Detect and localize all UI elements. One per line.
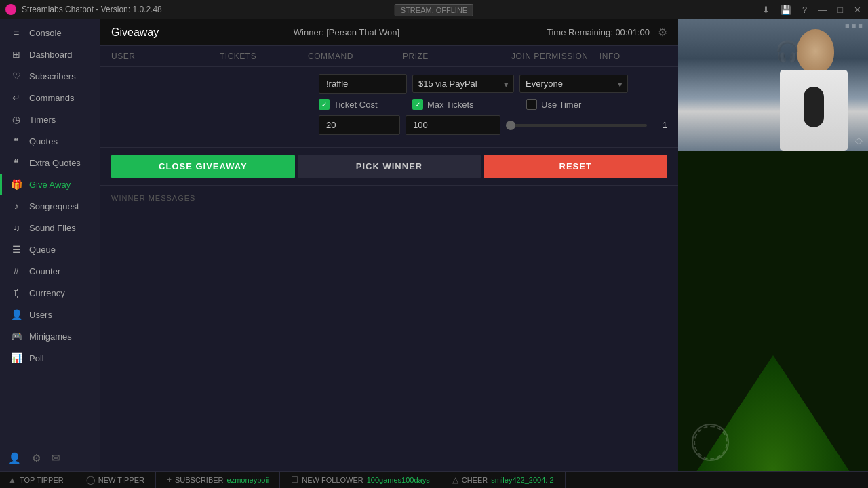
close-giveaway-button[interactable]: CLOSE GIVEAWAY bbox=[111, 155, 295, 178]
permission-select[interactable]: Everyone Subscribers Moderators Regulars bbox=[519, 75, 628, 93]
video-overlay-bottom-right: ◇ bbox=[855, 135, 863, 146]
table-header: USER TICKETS Command Prize Join Permissi… bbox=[100, 46, 678, 67]
sidebar-item-give-away[interactable]: 🎁 Give Away bbox=[0, 174, 100, 195]
cheer-label: CHEER bbox=[462, 476, 488, 484]
sidebar-item-minigames[interactable]: 🎮 Minigames bbox=[0, 325, 100, 347]
sidebar-item-console[interactable]: ≡ Console bbox=[0, 22, 100, 43]
status-new-tipper: ◯ NEW TIPPER bbox=[75, 472, 156, 488]
sidebar-label-dashboard: Dashboard bbox=[29, 49, 73, 60]
use-timer-label: Use Timer bbox=[541, 100, 581, 110]
app-name: Streamlabs Chatbot - Version: 1.0.2.48 bbox=[22, 5, 162, 14]
settings-icon[interactable]: ⚙ bbox=[32, 452, 41, 464]
slider-container: 1 bbox=[506, 120, 667, 130]
sidebar-footer: 👤 ⚙ ✉ bbox=[0, 445, 100, 471]
sidebar-item-sound-files[interactable]: ♫ Sound Files bbox=[0, 217, 100, 239]
close-btn[interactable]: ✕ bbox=[852, 5, 863, 15]
download-btn[interactable]: ⬇ bbox=[761, 5, 771, 15]
sidebar-icon-quotes: ❝ bbox=[10, 136, 22, 146]
sidebar-label-songrequest: Songrequest bbox=[29, 201, 79, 211]
sidebar-icon-minigames: 🎮 bbox=[10, 331, 22, 342]
sidebar-item-queue[interactable]: ☰ Queue bbox=[0, 239, 100, 260]
max-tickets-check[interactable]: ✓ bbox=[412, 99, 423, 110]
video-overlay-top-right: ■ ■ ■ bbox=[845, 22, 863, 30]
max-tickets-input[interactable] bbox=[406, 115, 500, 135]
sidebar-label-users: Users bbox=[29, 310, 52, 320]
subscriber-value: ezmoneyboii bbox=[227, 476, 269, 484]
use-timer-check[interactable] bbox=[526, 99, 537, 110]
titlebar-left: Streamlabs Chatbot - Version: 1.0.2.48 bbox=[5, 4, 162, 15]
max-tickets-checkbox-label[interactable]: ✓ Max Tickets bbox=[412, 99, 521, 110]
sidebar-label-extra-quotes: Extra Quotes bbox=[29, 158, 81, 168]
titlebar-controls: ⬇ 💾 ? — □ ✕ bbox=[761, 5, 863, 15]
sidebar-item-timers[interactable]: ◷ Timers bbox=[0, 108, 100, 130]
sidebar-item-commands[interactable]: ↵ Commands bbox=[0, 87, 100, 108]
sidebar-icon-extra-quotes: ❝ bbox=[10, 157, 22, 168]
form-row-checkboxes: ✓ Ticket Cost ✓ Max Tickets Use Timer bbox=[111, 99, 667, 110]
cheer-icon: △ bbox=[452, 475, 458, 485]
new-follower-value: 100games100days bbox=[367, 476, 430, 484]
sidebar-label-minigames: Minigames bbox=[29, 331, 72, 342]
sidebar-item-counter[interactable]: # Counter bbox=[0, 260, 100, 282]
sidebar-item-subscribers[interactable]: ♡ Subscribers bbox=[0, 65, 100, 87]
main-content: Giveaway Winner: [Person That Won] Time … bbox=[100, 19, 678, 471]
ticket-cost-input[interactable] bbox=[319, 115, 400, 135]
sidebar-label-queue: Queue bbox=[29, 245, 56, 255]
app-layout: ≡ Console ⊞ Dashboard ♡ Subscribers ↵ Co… bbox=[0, 19, 868, 471]
new-follower-icon: ☐ bbox=[291, 475, 298, 485]
pick-winner-button[interactable]: PICK WINNER bbox=[298, 155, 481, 178]
sidebar-label-quotes: Quotes bbox=[29, 136, 58, 146]
giveaway-header: Giveaway Winner: [Person That Won] Time … bbox=[100, 19, 678, 46]
sidebar-item-users[interactable]: 👤 Users bbox=[0, 304, 100, 325]
right-panel: 🎧 ■ ■ ■ ◇ bbox=[678, 19, 868, 471]
sidebar-icon-currency: ₿ bbox=[10, 287, 22, 298]
sidebar-item-currency[interactable]: ₿ Currency bbox=[0, 282, 100, 304]
help-btn[interactable]: ? bbox=[801, 5, 808, 15]
col-permission-header: Join Permission bbox=[511, 52, 599, 61]
ticket-cost-checkbox-label[interactable]: ✓ Ticket Cost bbox=[319, 99, 407, 110]
sidebar-label-poll: Poll bbox=[29, 353, 44, 363]
sidebar-icon-users: 👤 bbox=[10, 309, 22, 320]
permission-select-wrapper: Everyone Subscribers Moderators Regulars bbox=[519, 75, 628, 93]
new-tipper-icon: ◯ bbox=[86, 475, 95, 485]
sidebar-item-songrequest[interactable]: ♪ Songrequest bbox=[0, 195, 100, 217]
sidebar-icon-give-away: 🎁 bbox=[10, 179, 22, 190]
sidebar-label-commands: Commands bbox=[29, 93, 74, 103]
sidebar-label-give-away: Give Away bbox=[29, 180, 71, 190]
prize-select-wrapper: $15 via PayPal $10 via PayPal Other bbox=[412, 75, 514, 93]
reset-button[interactable]: RESET bbox=[484, 155, 667, 178]
logo-overlay bbox=[692, 424, 729, 461]
sidebar-item-dashboard[interactable]: ⊞ Dashboard bbox=[0, 43, 100, 65]
giveaway-title: Giveaway bbox=[111, 26, 193, 39]
sidebar-item-extra-quotes[interactable]: ❝ Extra Quotes bbox=[0, 152, 100, 174]
winner-messages-label: WINNER MESSAGES bbox=[111, 194, 667, 202]
sidebar-label-sound-files: Sound Files bbox=[29, 223, 76, 233]
use-timer-checkbox-label[interactable]: Use Timer bbox=[526, 99, 581, 110]
sidebar-item-quotes[interactable]: ❝ Quotes bbox=[0, 130, 100, 152]
col-command-header: Command bbox=[308, 52, 403, 61]
winner-messages-section: WINNER MESSAGES bbox=[100, 186, 678, 216]
sidebar-icon-timers: ◷ bbox=[10, 114, 22, 125]
slider-value: 1 bbox=[654, 120, 667, 130]
sidebar-item-poll[interactable]: 📊 Poll bbox=[0, 347, 100, 369]
ticket-cost-check[interactable]: ✓ bbox=[319, 99, 330, 110]
timer-slider[interactable] bbox=[506, 124, 647, 127]
save-btn[interactable]: 💾 bbox=[779, 5, 793, 15]
mail-icon[interactable]: ✉ bbox=[52, 452, 60, 464]
stream-status-badge: STREAM: OFFLINE bbox=[395, 4, 473, 16]
stream-bg-panel bbox=[678, 151, 868, 471]
top-tipper-label: TOP TIPPER bbox=[20, 476, 64, 484]
col-info-header: Info bbox=[599, 52, 667, 61]
cheer-value: smiley422_2004: 2 bbox=[491, 476, 553, 484]
titlebar: Streamlabs Chatbot - Version: 1.0.2.48 S… bbox=[0, 0, 868, 19]
user-icon[interactable]: 👤 bbox=[8, 452, 21, 464]
command-input[interactable] bbox=[319, 74, 407, 94]
status-cheer: △ CHEER smiley422_2004: 2 bbox=[441, 472, 566, 488]
giveaway-settings-button[interactable]: ⚙ bbox=[658, 26, 667, 39]
prize-select[interactable]: $15 via PayPal $10 via PayPal Other bbox=[412, 75, 514, 93]
minimize-btn[interactable]: — bbox=[816, 5, 828, 15]
form-row-1: $15 via PayPal $10 via PayPal Other Ever… bbox=[111, 74, 667, 94]
sidebar-icon-subscribers: ♡ bbox=[10, 70, 22, 81]
giveaway-form: $15 via PayPal $10 via PayPal Other Ever… bbox=[100, 67, 678, 148]
maximize-btn[interactable]: □ bbox=[836, 5, 844, 15]
subscriber-icon: + bbox=[167, 475, 172, 485]
